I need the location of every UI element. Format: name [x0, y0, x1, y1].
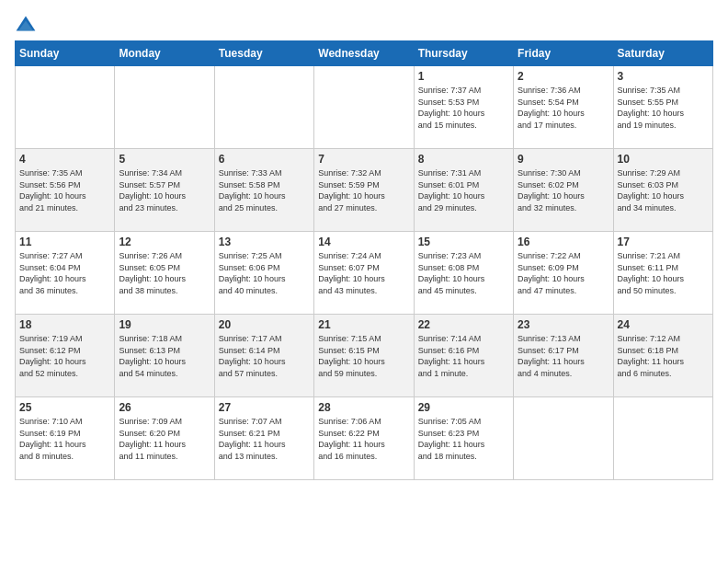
day-info: Sunrise: 7:15 AM Sunset: 6:15 PM Dayligh… [318, 333, 409, 379]
weekday-header-saturday: Saturday [613, 41, 712, 66]
calendar-cell: 4Sunrise: 7:35 AM Sunset: 5:56 PM Daylig… [16, 149, 115, 232]
day-info: Sunrise: 7:09 AM Sunset: 6:20 PM Dayligh… [119, 416, 210, 462]
day-number: 19 [119, 318, 210, 331]
calendar-week-4: 18Sunrise: 7:19 AM Sunset: 6:12 PM Dayli… [16, 315, 713, 397]
day-number: 6 [219, 153, 310, 166]
calendar-cell: 24Sunrise: 7:12 AM Sunset: 6:18 PM Dayli… [613, 315, 712, 397]
day-number: 24 [618, 318, 709, 331]
calendar-cell: 16Sunrise: 7:22 AM Sunset: 6:09 PM Dayli… [514, 232, 613, 315]
day-number: 27 [219, 401, 310, 414]
calendar-cell: 23Sunrise: 7:13 AM Sunset: 6:17 PM Dayli… [514, 315, 613, 397]
calendar-cell: 28Sunrise: 7:06 AM Sunset: 6:22 PM Dayli… [314, 397, 414, 480]
day-info: Sunrise: 7:30 AM Sunset: 6:02 PM Dayligh… [518, 167, 609, 213]
day-info: Sunrise: 7:36 AM Sunset: 5:54 PM Dayligh… [518, 85, 609, 131]
day-number: 14 [318, 236, 409, 248]
day-info: Sunrise: 7:21 AM Sunset: 6:11 PM Dayligh… [618, 250, 709, 296]
day-info: Sunrise: 7:19 AM Sunset: 6:12 PM Dayligh… [19, 333, 110, 379]
weekday-header-monday: Monday [115, 41, 214, 66]
day-info: Sunrise: 7:07 AM Sunset: 6:21 PM Dayligh… [219, 416, 310, 462]
day-info: Sunrise: 7:05 AM Sunset: 6:23 PM Dayligh… [418, 416, 509, 462]
day-number: 13 [219, 236, 310, 248]
calendar-cell: 29Sunrise: 7:05 AM Sunset: 6:23 PM Dayli… [414, 397, 513, 480]
calendar-cell: 20Sunrise: 7:17 AM Sunset: 6:14 PM Dayli… [214, 315, 313, 397]
day-info: Sunrise: 7:10 AM Sunset: 6:19 PM Dayligh… [19, 416, 110, 462]
day-number: 18 [19, 318, 110, 331]
weekday-header-sunday: Sunday [16, 41, 115, 66]
calendar-table: SundayMondayTuesdayWednesdayThursdayFrid… [15, 40, 713, 480]
day-info: Sunrise: 7:12 AM Sunset: 6:18 PM Dayligh… [618, 333, 709, 379]
calendar-cell: 8Sunrise: 7:31 AM Sunset: 6:01 PM Daylig… [414, 149, 513, 232]
day-number: 16 [518, 236, 609, 248]
day-number: 9 [518, 153, 609, 166]
calendar-week-2: 4Sunrise: 7:35 AM Sunset: 5:56 PM Daylig… [16, 149, 713, 232]
weekday-header-tuesday: Tuesday [214, 41, 313, 66]
calendar-cell [314, 66, 414, 149]
calendar-week-1: 1Sunrise: 7:37 AM Sunset: 5:53 PM Daylig… [16, 66, 713, 149]
day-info: Sunrise: 7:17 AM Sunset: 6:14 PM Dayligh… [219, 333, 310, 379]
calendar-cell: 13Sunrise: 7:25 AM Sunset: 6:06 PM Dayli… [214, 232, 313, 315]
calendar-cell: 2Sunrise: 7:36 AM Sunset: 5:54 PM Daylig… [514, 66, 613, 149]
day-info: Sunrise: 7:18 AM Sunset: 6:13 PM Dayligh… [119, 333, 210, 379]
day-number: 5 [119, 153, 210, 166]
calendar-week-5: 25Sunrise: 7:10 AM Sunset: 6:19 PM Dayli… [16, 397, 713, 480]
calendar-cell: 10Sunrise: 7:29 AM Sunset: 6:03 PM Dayli… [613, 149, 712, 232]
logo [15, 15, 40, 33]
day-number: 23 [518, 318, 609, 331]
calendar-cell [115, 66, 214, 149]
calendar-cell: 21Sunrise: 7:15 AM Sunset: 6:15 PM Dayli… [314, 315, 414, 397]
calendar-cell: 15Sunrise: 7:23 AM Sunset: 6:08 PM Dayli… [414, 232, 513, 315]
calendar-cell: 22Sunrise: 7:14 AM Sunset: 6:16 PM Dayli… [414, 315, 513, 397]
calendar-cell: 9Sunrise: 7:30 AM Sunset: 6:02 PM Daylig… [514, 149, 613, 232]
calendar-cell: 19Sunrise: 7:18 AM Sunset: 6:13 PM Dayli… [115, 315, 214, 397]
calendar-cell: 12Sunrise: 7:26 AM Sunset: 6:05 PM Dayli… [115, 232, 214, 315]
day-number: 8 [418, 153, 509, 166]
logo-icon [15, 15, 37, 33]
calendar-cell: 26Sunrise: 7:09 AM Sunset: 6:20 PM Dayli… [115, 397, 214, 480]
day-number: 7 [318, 153, 409, 166]
day-info: Sunrise: 7:29 AM Sunset: 6:03 PM Dayligh… [618, 167, 709, 213]
day-number: 25 [19, 401, 110, 414]
calendar-cell: 17Sunrise: 7:21 AM Sunset: 6:11 PM Dayli… [613, 232, 712, 315]
day-number: 1 [418, 70, 509, 83]
day-info: Sunrise: 7:37 AM Sunset: 5:53 PM Dayligh… [418, 85, 509, 131]
day-info: Sunrise: 7:35 AM Sunset: 5:56 PM Dayligh… [19, 167, 110, 213]
calendar-week-3: 11Sunrise: 7:27 AM Sunset: 6:04 PM Dayli… [16, 232, 713, 315]
day-number: 20 [219, 318, 310, 331]
day-number: 21 [318, 318, 409, 331]
day-number: 2 [518, 70, 609, 83]
day-number: 26 [119, 401, 210, 414]
calendar-cell: 6Sunrise: 7:33 AM Sunset: 5:58 PM Daylig… [214, 149, 313, 232]
day-number: 11 [19, 236, 110, 248]
day-number: 28 [318, 401, 409, 414]
day-info: Sunrise: 7:25 AM Sunset: 6:06 PM Dayligh… [219, 250, 310, 296]
weekday-header-thursday: Thursday [414, 41, 513, 66]
calendar-cell [214, 66, 313, 149]
calendar-cell [613, 397, 712, 480]
calendar-cell: 3Sunrise: 7:35 AM Sunset: 5:55 PM Daylig… [613, 66, 712, 149]
calendar-cell: 14Sunrise: 7:24 AM Sunset: 6:07 PM Dayli… [314, 232, 414, 315]
day-info: Sunrise: 7:06 AM Sunset: 6:22 PM Dayligh… [318, 416, 409, 462]
calendar-cell: 27Sunrise: 7:07 AM Sunset: 6:21 PM Dayli… [214, 397, 313, 480]
calendar-cell [16, 66, 115, 149]
day-number: 4 [19, 153, 110, 166]
day-info: Sunrise: 7:23 AM Sunset: 6:08 PM Dayligh… [418, 250, 509, 296]
day-info: Sunrise: 7:22 AM Sunset: 6:09 PM Dayligh… [518, 250, 609, 296]
day-number: 17 [618, 236, 709, 248]
calendar-cell [514, 397, 613, 480]
calendar-cell: 18Sunrise: 7:19 AM Sunset: 6:12 PM Dayli… [16, 315, 115, 397]
calendar-cell: 1Sunrise: 7:37 AM Sunset: 5:53 PM Daylig… [414, 66, 513, 149]
day-info: Sunrise: 7:35 AM Sunset: 5:55 PM Dayligh… [618, 85, 709, 131]
day-info: Sunrise: 7:33 AM Sunset: 5:58 PM Dayligh… [219, 167, 310, 213]
day-number: 12 [119, 236, 210, 248]
calendar-cell: 11Sunrise: 7:27 AM Sunset: 6:04 PM Dayli… [16, 232, 115, 315]
day-info: Sunrise: 7:32 AM Sunset: 5:59 PM Dayligh… [318, 167, 409, 213]
day-info: Sunrise: 7:13 AM Sunset: 6:17 PM Dayligh… [518, 333, 609, 379]
calendar-cell: 5Sunrise: 7:34 AM Sunset: 5:57 PM Daylig… [115, 149, 214, 232]
day-info: Sunrise: 7:24 AM Sunset: 6:07 PM Dayligh… [318, 250, 409, 296]
day-number: 3 [618, 70, 709, 83]
day-number: 29 [418, 401, 509, 414]
day-number: 15 [418, 236, 509, 248]
day-info: Sunrise: 7:31 AM Sunset: 6:01 PM Dayligh… [418, 167, 509, 213]
day-info: Sunrise: 7:27 AM Sunset: 6:04 PM Dayligh… [19, 250, 110, 296]
calendar-cell: 25Sunrise: 7:10 AM Sunset: 6:19 PM Dayli… [16, 397, 115, 480]
